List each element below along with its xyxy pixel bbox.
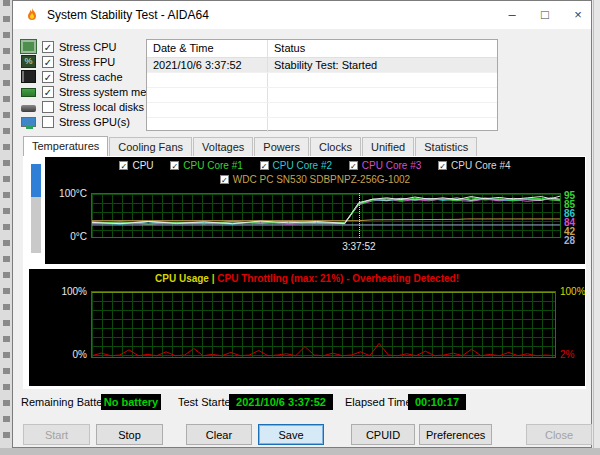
legend-core4-checkbox[interactable]: ✓: [438, 161, 447, 170]
usage-plot: [91, 291, 556, 358]
test-start-marker: [359, 193, 360, 238]
legend-core2-label: CPU Core #2: [273, 160, 332, 171]
stress-gpu-label: Stress GPU(s): [59, 116, 130, 128]
stress-option-fpu[interactable]: % ✓ Stress FPU: [21, 54, 115, 69]
temperature-legend-row1: ✓CPU ✓CPU Core #1 ✓CPU Core #2 ✓CPU Core…: [45, 160, 585, 171]
status-bar: Remaining Battery: No battery Test Start…: [13, 394, 591, 410]
graph-scrollbar[interactable]: [31, 164, 41, 253]
tab-temperatures[interactable]: Temperatures: [23, 136, 108, 156]
test-start-time-label: 3:37:52: [329, 241, 389, 252]
stress-disks-label: Stress local disks: [59, 101, 144, 113]
cache-icon: [21, 70, 36, 83]
save-button[interactable]: Save: [258, 424, 324, 445]
stress-memory-checkbox[interactable]: ✓: [42, 86, 54, 98]
usage-title-part: CPU Usage: [155, 273, 209, 284]
legend-cpu-checkbox[interactable]: ✓: [119, 161, 128, 170]
tab-clocks[interactable]: Clocks: [310, 137, 361, 156]
titlebar[interactable]: System Stability Test - AIDA64 – □ ×: [13, 1, 591, 29]
log-col-status: Status: [267, 40, 305, 57]
stress-cpu-label: Stress CPU: [59, 41, 116, 53]
stress-option-gpu[interactable]: Stress GPU(s): [21, 114, 130, 129]
log-row[interactable]: 2021/10/6 3:37:52 Stability Test: Starte…: [147, 58, 497, 73]
battery-value: No battery: [101, 394, 161, 410]
stress-option-cpu[interactable]: ✓ Stress CPU: [21, 39, 116, 54]
tab-unified[interactable]: Unified: [362, 137, 414, 156]
legend-ssd[interactable]: ✓WDC PC SN530 SDBPNPZ-256G-1002: [220, 174, 410, 185]
usage-right-max-label: 100%: [560, 286, 586, 297]
legend-core1[interactable]: ✓CPU Core #1: [170, 160, 242, 171]
throttle-title-part: CPU Throttling (max: 21%) - Overheating …: [217, 273, 459, 284]
test-started-value: 2021/10/6 3:37:52: [229, 394, 333, 410]
preferences-button[interactable]: Preferences: [419, 424, 492, 445]
tab-powers[interactable]: Powers: [254, 137, 309, 156]
start-button[interactable]: Start: [23, 424, 90, 445]
tab-voltages[interactable]: Voltages: [193, 137, 253, 156]
usage-graph-panel: CPU Usage | CPU Throttling (max: 21%) - …: [29, 269, 585, 386]
gpu-icon: [21, 117, 36, 127]
usage-axis-max-label: 100%: [47, 286, 87, 297]
temp-value: 28: [564, 235, 575, 246]
temperature-graph-panel: ✓CPU ✓CPU Core #1 ✓CPU Core #2 ✓CPU Core…: [45, 157, 585, 264]
background-right-strip: [593, 0, 600, 448]
legend-core4-label: CPU Core #4: [451, 160, 510, 171]
log-row-empty: [147, 103, 497, 118]
temp-axis-max-label: 100°C: [45, 188, 87, 199]
clear-button[interactable]: Clear: [186, 424, 252, 445]
usage-graph-title: CPU Usage | CPU Throttling (max: 21%) - …: [29, 273, 585, 284]
legend-core2[interactable]: ✓CPU Core #2: [260, 160, 332, 171]
log-row-empty: [147, 88, 497, 103]
log-col-datetime: Date & Time: [153, 40, 214, 57]
stress-cache-label: Stress cache: [59, 71, 123, 83]
temperature-plot: [91, 193, 561, 238]
close-window-button[interactable]: ×: [562, 1, 594, 29]
event-log-table[interactable]: Date & Time Status 2021/10/6 3:37:52 Sta…: [146, 39, 498, 131]
stress-option-cache[interactable]: ✓ Stress cache: [21, 69, 123, 84]
elapsed-value: 00:10:17: [408, 394, 466, 410]
close-button[interactable]: Close: [526, 424, 592, 445]
log-row-empty: [147, 118, 497, 133]
background-bottom-strip: [0, 448, 600, 455]
stability-test-window: System Stability Test - AIDA64 – □ × ✓ S…: [12, 0, 592, 448]
throttle-right-value: 2%: [560, 349, 574, 360]
log-table-header: Date & Time Status: [147, 40, 497, 58]
legend-cpu-label: CPU: [132, 160, 153, 171]
elapsed-label: Elapsed Time:: [345, 394, 415, 410]
minimize-button[interactable]: –: [496, 1, 528, 29]
legend-cpu[interactable]: ✓CPU: [119, 160, 153, 171]
legend-ssd-checkbox[interactable]: ✓: [220, 175, 229, 184]
fpu-icon: %: [21, 55, 36, 68]
temperature-legend-row2: ✓WDC PC SN530 SDBPNPZ-256G-1002: [45, 174, 585, 185]
temp-axis-min-label: 0°C: [45, 231, 87, 242]
stress-cache-checkbox[interactable]: ✓: [42, 71, 54, 83]
stress-fpu-checkbox[interactable]: ✓: [42, 56, 54, 68]
legend-ssd-label: WDC PC SN530 SDBPNPZ-256G-1002: [233, 174, 410, 185]
disk-icon: [21, 105, 36, 112]
stop-button[interactable]: Stop: [96, 424, 163, 445]
tab-cooling-fans[interactable]: Cooling Fans: [109, 137, 192, 156]
memory-icon: [21, 88, 36, 97]
legend-core3-label: CPU Core #3: [362, 160, 421, 171]
legend-core3[interactable]: ✓CPU Core #3: [349, 160, 421, 171]
maximize-button[interactable]: □: [529, 1, 561, 29]
legend-core2-checkbox[interactable]: ✓: [260, 161, 269, 170]
tab-statistics[interactable]: Statistics: [415, 137, 477, 156]
stress-gpu-checkbox[interactable]: [42, 116, 54, 128]
stress-fpu-label: Stress FPU: [59, 56, 115, 68]
stress-option-disks[interactable]: Stress local disks: [21, 99, 144, 114]
stress-disks-checkbox[interactable]: [42, 101, 54, 113]
cpu-icon: [21, 40, 36, 53]
legend-core4[interactable]: ✓CPU Core #4: [438, 160, 510, 171]
log-row-empty: [147, 73, 497, 88]
log-row-datetime: 2021/10/6 3:37:52: [153, 58, 242, 72]
log-row-status: Stability Test: Started: [267, 58, 377, 72]
stress-cpu-checkbox[interactable]: ✓: [42, 41, 54, 53]
tab-bar: Temperatures Cooling Fans Voltages Power…: [23, 137, 478, 156]
cpuid-button[interactable]: CPUID: [351, 424, 415, 445]
legend-core1-label: CPU Core #1: [183, 160, 242, 171]
aida64-flame-icon: [24, 7, 40, 23]
temp-right-values: 95 85 86 84 42 28: [564, 193, 586, 238]
legend-core3-checkbox[interactable]: ✓: [349, 161, 358, 170]
graph-scrollbar-thumb[interactable]: [31, 164, 41, 197]
legend-core1-checkbox[interactable]: ✓: [170, 161, 179, 170]
window-title: System Stability Test - AIDA64: [47, 1, 209, 29]
